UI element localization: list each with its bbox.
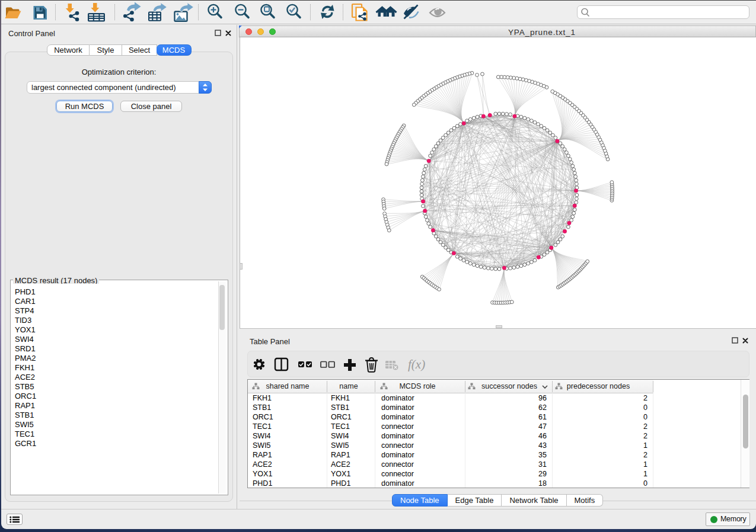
svg-text:f(x): f(x): [408, 357, 425, 371]
